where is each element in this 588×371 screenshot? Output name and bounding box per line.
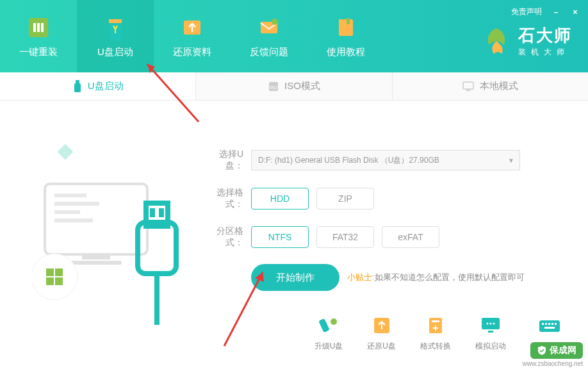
svg-rect-3 xyxy=(41,23,44,32)
svg-point-41 xyxy=(493,323,495,325)
illustration xyxy=(32,139,179,318)
svg-rect-33 xyxy=(318,318,330,333)
nav-usb-boot[interactable]: U盘启动 xyxy=(77,0,154,72)
format-convert-icon xyxy=(424,317,447,334)
partition-option-fat32[interactable]: FAT32 xyxy=(316,226,374,248)
nav-label: 反馈问题 xyxy=(250,46,288,58)
watermark: 保成网 www.zsbaocheng.net xyxy=(522,342,583,367)
svg-rect-17 xyxy=(54,194,86,197)
svg-rect-4 xyxy=(109,19,122,23)
format-option-zip[interactable]: ZIP xyxy=(316,188,374,210)
action-label: 升级U盘 xyxy=(314,341,343,352)
brand-title: 石大师 xyxy=(518,24,572,47)
action-label: 还原U盘 xyxy=(367,341,396,352)
tutorial-icon xyxy=(332,14,359,41)
svg-rect-29 xyxy=(46,268,54,276)
row-start: 开始制作 小贴士:如果不知道怎么配置，使用默认配置即可 xyxy=(205,264,569,291)
svg-rect-19 xyxy=(54,210,80,214)
config-form: 选择U盘： D:F: (hd1) General USB Flash Disk … xyxy=(205,149,569,306)
partition-label: 分区格式： xyxy=(205,226,243,249)
svg-rect-32 xyxy=(55,277,63,285)
svg-rect-46 xyxy=(548,323,550,325)
svg-rect-11 xyxy=(74,83,81,92)
watermark-url: www.zsbaocheng.net xyxy=(522,360,583,367)
tip-label: 小贴士: xyxy=(347,272,375,282)
brand-subtitle: 装机大师 xyxy=(518,47,572,58)
feedback-icon xyxy=(256,14,282,41)
tab-label: U盘启动 xyxy=(88,80,124,92)
window-controls: 免责声明 – × xyxy=(511,6,580,17)
action-label: 模拟启动 xyxy=(475,341,506,352)
tip: 小贴士:如果不知道怎么配置，使用默认配置即可 xyxy=(347,272,525,283)
restore-usb-icon xyxy=(370,317,393,334)
restore-icon xyxy=(179,14,206,41)
svg-rect-42 xyxy=(488,331,493,333)
tab-local[interactable]: 本地模式 xyxy=(393,72,588,100)
tab-iso[interactable]: ISO ISO模式 xyxy=(196,72,392,100)
svg-rect-2 xyxy=(37,23,40,32)
svg-rect-22 xyxy=(70,261,122,265)
nav-label: U盘启动 xyxy=(97,46,133,58)
action-upgrade-usb[interactable]: 升级U盘 xyxy=(314,317,343,352)
nav-reinstall[interactable]: 一键重装 xyxy=(0,0,77,72)
start-button[interactable]: 开始制作 xyxy=(251,264,339,291)
format-option-hdd[interactable]: HDD xyxy=(251,188,309,210)
iso-icon: ISO xyxy=(268,81,279,92)
nav-restore[interactable]: 还原资料 xyxy=(154,0,231,72)
svg-rect-45 xyxy=(545,323,547,325)
svg-point-39 xyxy=(487,323,489,325)
nav-label: 还原资料 xyxy=(173,46,211,58)
select-disk-label: 选择U盘： xyxy=(205,149,243,172)
action-format-convert[interactable]: 格式转换 xyxy=(420,317,451,352)
usb-icon xyxy=(72,80,83,93)
svg-text:ISO: ISO xyxy=(270,85,278,90)
nav-tutorial[interactable]: 使用教程 xyxy=(307,0,384,72)
nav-label: 一键重装 xyxy=(19,46,58,58)
local-icon xyxy=(462,81,475,92)
select-disk-value: D:F: (hd1) General USB Flash Disk （U盘）27… xyxy=(258,155,439,166)
hotkey-icon xyxy=(538,317,561,334)
shield-icon xyxy=(537,345,547,356)
tab-usb-boot[interactable]: U盘启动 xyxy=(0,72,196,100)
brand: 石大师 装机大师 xyxy=(481,24,572,58)
close-button[interactable]: × xyxy=(570,7,580,17)
svg-rect-23 xyxy=(138,222,176,274)
content-area: 选择U盘： D:F: (hd1) General USB Flash Disk … xyxy=(0,101,588,371)
svg-rect-14 xyxy=(463,82,473,89)
select-disk-dropdown[interactable]: D:F: (hd1) General USB Flash Disk （U盘）27… xyxy=(251,150,520,170)
svg-rect-9 xyxy=(347,18,350,24)
partition-option-ntfs[interactable]: NTFS xyxy=(251,226,309,248)
disclaimer-link[interactable]: 免责声明 xyxy=(511,6,542,17)
svg-rect-20 xyxy=(54,218,93,222)
partition-option-exfat[interactable]: exFAT xyxy=(382,226,439,248)
action-label: 格式转换 xyxy=(420,341,451,352)
svg-point-7 xyxy=(272,19,278,25)
row-format: 选择格式： HDD ZIP xyxy=(205,187,569,210)
svg-rect-26 xyxy=(159,208,164,217)
tab-label: ISO模式 xyxy=(284,80,320,92)
reinstall-icon xyxy=(25,14,52,41)
action-simulate-boot[interactable]: 模拟启动 xyxy=(475,317,506,352)
app-header: 免责声明 – × 一键重装 U盘启动 还原资料 反馈问题 使用教程 xyxy=(0,0,588,72)
row-select-disk: 选择U盘： D:F: (hd1) General USB Flash Disk … xyxy=(205,149,569,172)
svg-rect-8 xyxy=(339,19,353,36)
minimize-button[interactable]: – xyxy=(551,7,561,17)
svg-rect-44 xyxy=(542,323,544,325)
action-restore-usb[interactable]: 还原U盘 xyxy=(367,317,396,352)
nav-feedback[interactable]: 反馈问题 xyxy=(231,0,307,72)
chevron-down-icon: ▼ xyxy=(508,157,514,164)
simulate-boot-icon xyxy=(479,317,502,334)
nav-label: 使用教程 xyxy=(327,46,365,58)
tab-label: 本地模式 xyxy=(480,80,518,92)
tip-text: 如果不知道怎么配置，使用默认配置即可 xyxy=(375,272,525,282)
watermark-text: 保成网 xyxy=(550,345,576,356)
svg-rect-37 xyxy=(432,320,439,322)
svg-point-28 xyxy=(32,254,78,300)
svg-rect-18 xyxy=(54,202,99,206)
svg-point-34 xyxy=(331,318,337,325)
usb-boot-icon xyxy=(102,14,129,41)
format-label: 选择格式： xyxy=(205,187,243,210)
svg-point-40 xyxy=(490,323,492,325)
svg-rect-31 xyxy=(46,277,54,285)
svg-rect-47 xyxy=(551,323,553,325)
